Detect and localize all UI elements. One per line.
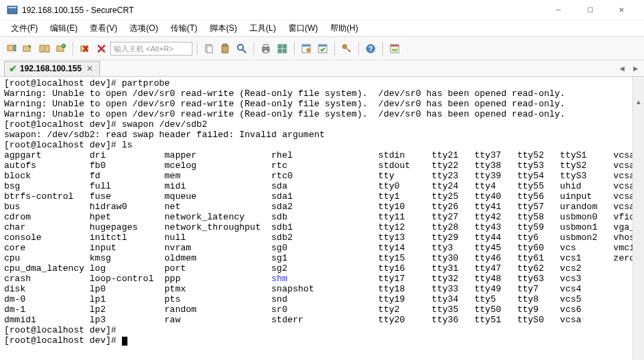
tab-prev-icon[interactable]: ◄	[615, 62, 629, 75]
svg-rect-16	[264, 50, 268, 53]
svg-rect-18	[283, 45, 286, 48]
titlebar: 192.168.100.155 - SecureCRT ─ ☐ ✕	[0, 0, 644, 21]
menu-view[interactable]: 查看(V)	[84, 21, 123, 36]
app-icon	[7, 5, 18, 16]
options-icon[interactable]	[315, 41, 330, 56]
menu-options[interactable]: 选项(O)	[124, 21, 163, 36]
svg-text:?: ?	[369, 45, 373, 53]
svg-rect-10	[207, 46, 212, 53]
svg-rect-22	[302, 45, 310, 47]
tab-close-icon[interactable]: ✕	[84, 64, 95, 73]
scroll-track[interactable]	[633, 130, 644, 360]
tab-label: 192.168.100.155	[20, 64, 82, 73]
svg-rect-5	[45, 45, 49, 52]
connected-icon: ✔	[9, 63, 17, 74]
separator	[382, 42, 383, 56]
tab-bar: ✔ 192.168.100.155 ✕ ◄ ►	[0, 60, 644, 77]
svg-rect-4	[40, 45, 44, 52]
svg-rect-17	[278, 45, 282, 48]
svg-rect-15	[264, 45, 268, 47]
find-icon[interactable]	[234, 41, 249, 56]
separator	[334, 42, 335, 56]
help-icon[interactable]: ?	[363, 41, 378, 56]
menu-tools[interactable]: 工具(L)	[244, 21, 282, 36]
svg-rect-20	[283, 49, 286, 53]
terminal[interactable]: [root@localhost dev]# partprobe Warning:…	[0, 77, 644, 360]
maximize-button[interactable]: ☐	[574, 0, 606, 21]
menu-help[interactable]: 帮助(H)	[325, 21, 364, 36]
toolbar: 输入主机 <Alt+R> ?	[0, 37, 644, 60]
separator	[358, 42, 359, 56]
svg-rect-11	[222, 45, 228, 53]
toggle-icon[interactable]	[387, 41, 402, 56]
host-input[interactable]: 输入主机 <Alt+R>	[110, 42, 193, 56]
menu-file[interactable]: 文件(F)	[5, 21, 43, 36]
svg-rect-25	[319, 45, 327, 47]
disconnect-icon[interactable]	[77, 41, 92, 56]
reconnect-icon[interactable]	[53, 41, 69, 56]
svg-point-23	[306, 48, 310, 52]
key-icon[interactable]	[339, 41, 354, 56]
svg-rect-31	[392, 49, 397, 51]
session-tab-icon[interactable]	[37, 41, 52, 56]
svg-point-13	[238, 45, 243, 50]
menu-script[interactable]: 脚本(S)	[204, 21, 243, 36]
copy-icon[interactable]	[201, 41, 216, 56]
sessions-icon[interactable]	[275, 41, 290, 56]
menu-window[interactable]: 窗口(W)	[283, 21, 323, 36]
print-icon[interactable]	[258, 41, 273, 56]
quick-connect-icon[interactable]	[21, 41, 36, 56]
separator	[73, 42, 73, 56]
paste-icon[interactable]	[218, 41, 233, 56]
cancel-icon[interactable]	[94, 41, 109, 56]
scroll-up-icon[interactable]: ▲	[633, 97, 644, 109]
separator	[253, 42, 254, 56]
menubar: 文件(F) 编辑(E) 查看(V) 选项(O) 传输(T) 脚本(S) 工具(L…	[0, 21, 644, 37]
scrollbar[interactable]: ▲ ▼	[632, 77, 644, 360]
session-tab[interactable]: ✔ 192.168.100.155 ✕	[4, 61, 100, 76]
separator	[197, 42, 197, 56]
minimize-button[interactable]: ─	[543, 0, 574, 21]
svg-rect-19	[278, 49, 282, 53]
close-button[interactable]: ✕	[606, 0, 637, 21]
separator	[294, 42, 295, 56]
tab-next-icon[interactable]: ►	[629, 62, 643, 75]
connect-icon[interactable]	[4, 41, 19, 56]
svg-rect-1	[8, 7, 16, 8]
properties-icon[interactable]	[299, 41, 314, 56]
menu-edit[interactable]: 编辑(E)	[45, 21, 83, 36]
menu-transfer[interactable]: 传输(T)	[165, 21, 203, 36]
svg-rect-30	[391, 45, 399, 47]
window-title: 192.168.100.155 - SecureCRT	[22, 5, 543, 15]
svg-rect-12	[223, 44, 227, 46]
